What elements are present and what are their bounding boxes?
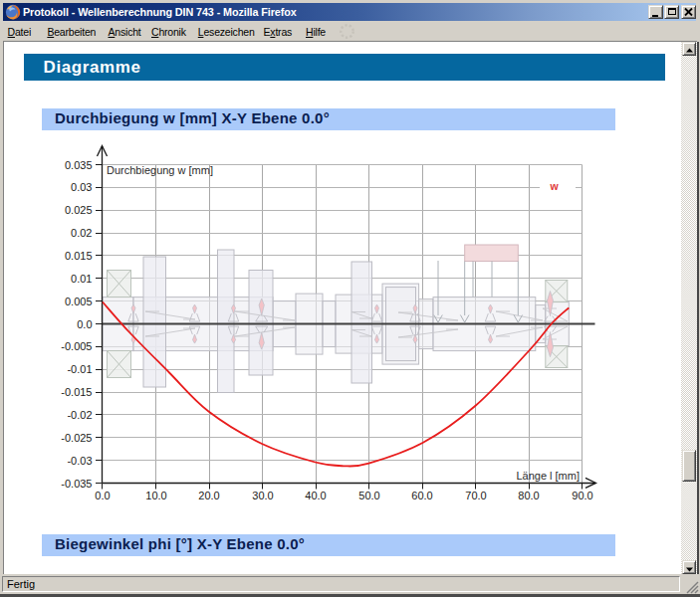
svg-text:-0.03: -0.03 bbox=[67, 455, 92, 467]
svg-text:70.0: 70.0 bbox=[465, 490, 486, 501]
svg-text:0.005: 0.005 bbox=[65, 296, 93, 307]
svg-text:Länge l [mm]: Länge l [mm] bbox=[516, 470, 580, 482]
svg-text:0.0: 0.0 bbox=[77, 318, 92, 330]
svg-text:Durchbiegung w [mm]: Durchbiegung w [mm] bbox=[107, 164, 213, 176]
svg-text:10.0: 10.0 bbox=[145, 490, 166, 501]
svg-text:-0.02: -0.02 bbox=[67, 409, 92, 421]
svg-text:0.035: 0.035 bbox=[65, 159, 93, 171]
svg-text:0.015: 0.015 bbox=[65, 250, 93, 262]
svg-text:20.0: 20.0 bbox=[198, 490, 219, 501]
svg-text:-0.015: -0.015 bbox=[61, 386, 92, 398]
svg-text:0.03: 0.03 bbox=[71, 181, 92, 193]
svg-text:40.0: 40.0 bbox=[305, 490, 326, 501]
svg-text:50.0: 50.0 bbox=[358, 490, 379, 501]
svg-text:0.01: 0.01 bbox=[71, 273, 92, 285]
svg-text:0.0: 0.0 bbox=[95, 490, 110, 501]
svg-text:30.0: 30.0 bbox=[252, 490, 273, 501]
svg-text:-0.025: -0.025 bbox=[61, 432, 92, 444]
svg-text:-0.035: -0.035 bbox=[61, 478, 92, 490]
svg-text:80.0: 80.0 bbox=[518, 490, 539, 501]
svg-text:0.025: 0.025 bbox=[65, 204, 93, 216]
svg-text:60.0: 60.0 bbox=[411, 490, 432, 501]
svg-text:-0.005: -0.005 bbox=[61, 340, 92, 352]
svg-text:0.02: 0.02 bbox=[71, 227, 92, 239]
svg-text:-0.01: -0.01 bbox=[67, 363, 92, 375]
svg-text:w: w bbox=[549, 180, 559, 192]
svg-text:90.0: 90.0 bbox=[572, 490, 592, 501]
